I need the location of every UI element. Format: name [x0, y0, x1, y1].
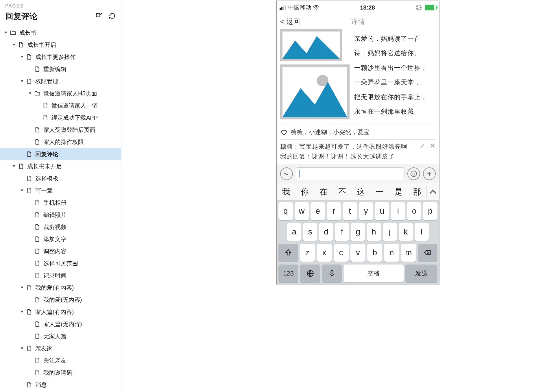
- key-r[interactable]: r: [327, 202, 341, 220]
- tree-item[interactable]: 家人篇(无内容): [0, 318, 121, 330]
- key-f[interactable]: f: [335, 223, 349, 241]
- key-x[interactable]: x: [317, 244, 332, 262]
- chevron-up-icon[interactable]: [426, 186, 439, 198]
- key-a[interactable]: a: [287, 223, 301, 241]
- tree-item[interactable]: 我的邀请码: [0, 367, 121, 379]
- key-j[interactable]: j: [383, 223, 397, 241]
- key-i[interactable]: i: [391, 202, 405, 220]
- tree-item[interactable]: 编辑照片: [0, 209, 121, 221]
- candidate[interactable]: 在: [314, 186, 333, 197]
- thumbnail-2[interactable]: [280, 64, 350, 119]
- tree-item[interactable]: 微信邀请家人H5页面: [0, 87, 121, 99]
- poem-line: 永恒在一刹那里收藏。: [354, 108, 436, 115]
- tree-item[interactable]: 微信邀请家人—链: [0, 99, 121, 112]
- tree-item[interactable]: 成长书未开启: [0, 160, 121, 172]
- tree-item-label: 重新编辑: [43, 65, 66, 73]
- tree-item-label: 成长书开启: [27, 41, 56, 49]
- key-y[interactable]: y: [359, 202, 373, 220]
- tree-item[interactable]: 裁剪视频: [0, 221, 121, 233]
- tree-item[interactable]: 记录时间: [0, 269, 121, 282]
- tree-item[interactable]: 消息: [0, 379, 121, 391]
- close-icon[interactable]: [429, 143, 436, 150]
- tree-item[interactable]: 手机相册: [0, 197, 121, 209]
- tree-item[interactable]: 亲友家: [0, 342, 121, 354]
- tree-item[interactable]: 无家人篇: [0, 330, 121, 342]
- tree-item[interactable]: 选择模板: [0, 172, 121, 184]
- key-g[interactable]: g: [351, 223, 365, 241]
- candidate[interactable]: 这: [352, 186, 370, 197]
- key-l[interactable]: l: [415, 223, 429, 241]
- heart-icon[interactable]: [280, 128, 288, 136]
- candidate[interactable]: 你: [295, 186, 314, 197]
- plus-icon[interactable]: [423, 167, 436, 180]
- text-input[interactable]: [296, 167, 404, 180]
- caret-icon: [28, 322, 32, 326]
- key-c[interactable]: c: [334, 244, 349, 262]
- space-key[interactable]: 空格: [344, 265, 404, 282]
- key-v[interactable]: v: [350, 244, 365, 262]
- tree-item[interactable]: 关注亲友: [0, 354, 121, 367]
- key-m[interactable]: m: [401, 244, 416, 262]
- tree-item[interactable]: 权限管理: [0, 75, 121, 87]
- key-d[interactable]: d: [319, 223, 333, 241]
- file-icon: [34, 212, 40, 218]
- candidate[interactable]: 是: [389, 186, 408, 197]
- tree-item[interactable]: 我的爱(无内容): [0, 294, 121, 306]
- key-h[interactable]: h: [367, 223, 381, 241]
- candidate[interactable]: 一: [370, 186, 389, 197]
- tree-item[interactable]: 重新编辑: [0, 63, 121, 75]
- key-e[interactable]: e: [311, 202, 325, 220]
- key-b[interactable]: b: [367, 244, 382, 262]
- send-key[interactable]: 发送: [405, 265, 437, 282]
- numeric-key[interactable]: 123: [278, 265, 298, 282]
- file-icon: [26, 175, 32, 182]
- caret-icon: [12, 164, 16, 169]
- key-n[interactable]: n: [384, 244, 399, 262]
- tree-item[interactable]: 成长书更多操作: [0, 51, 121, 63]
- candidate[interactable]: 那: [408, 186, 426, 197]
- tree-item[interactable]: 选择可见范围: [0, 257, 121, 269]
- comment-text: 糖糖：宝宝越来越可爱了，这件衣服好漂亮啊: [280, 143, 407, 151]
- tree-item[interactable]: 绑定成功下载APP: [0, 112, 121, 124]
- tree-item[interactable]: 添加文字: [0, 233, 121, 245]
- backspace-key[interactable]: [418, 244, 437, 262]
- poem-line: 诗，妈妈将它送给你。: [354, 49, 436, 57]
- tree-item-label: 微信邀请家人H5页面: [43, 90, 97, 97]
- tree-item[interactable]: 我的爱(有内容): [0, 282, 121, 294]
- tree-item[interactable]: 家人篇(有内容): [0, 306, 121, 318]
- tree-item[interactable]: 家人的操作权限: [0, 136, 121, 148]
- mic-key[interactable]: [322, 265, 342, 282]
- tree-item[interactable]: 成长书开启: [0, 39, 121, 51]
- candidate[interactable]: 我: [277, 186, 295, 197]
- export-icon[interactable]: [95, 12, 103, 21]
- key-q[interactable]: q: [278, 202, 293, 220]
- file-icon: [26, 382, 32, 388]
- key-s[interactable]: s: [303, 223, 317, 241]
- key-t[interactable]: t: [343, 202, 357, 220]
- back-button[interactable]: < 返回: [277, 17, 300, 26]
- tree-item-label: 成长书: [19, 29, 36, 37]
- key-u[interactable]: u: [375, 202, 389, 220]
- emoji-icon[interactable]: [407, 167, 420, 180]
- refresh-icon[interactable]: [108, 12, 116, 21]
- file-icon: [26, 78, 32, 84]
- voice-wave-icon[interactable]: [280, 167, 293, 180]
- tree-item[interactable]: 家人受邀登陆后页面: [0, 124, 121, 136]
- poem-line: 把无限放在你的手掌上，: [354, 93, 436, 101]
- tree-item[interactable]: 调整内容: [0, 245, 121, 257]
- tree[interactable]: 成长书成长书开启成长书更多操作重新编辑权限管理微信邀请家人H5页面微信邀请家人—…: [0, 25, 121, 392]
- key-w[interactable]: w: [295, 202, 309, 220]
- shift-key[interactable]: [278, 244, 298, 262]
- tree-item[interactable]: 回复评论: [0, 148, 121, 160]
- tree-item[interactable]: 写一章: [0, 184, 121, 197]
- key-o[interactable]: o: [407, 202, 422, 220]
- thumbnail-1[interactable]: [280, 29, 342, 61]
- key-k[interactable]: k: [399, 223, 413, 241]
- edit-icon[interactable]: [420, 143, 426, 150]
- tree-item[interactable]: 成长书: [0, 27, 121, 39]
- candidate[interactable]: 不: [333, 186, 352, 197]
- globe-key[interactable]: [300, 265, 320, 282]
- key-z[interactable]: z: [300, 244, 315, 262]
- caret-icon: [28, 127, 32, 132]
- key-p[interactable]: p: [423, 202, 437, 220]
